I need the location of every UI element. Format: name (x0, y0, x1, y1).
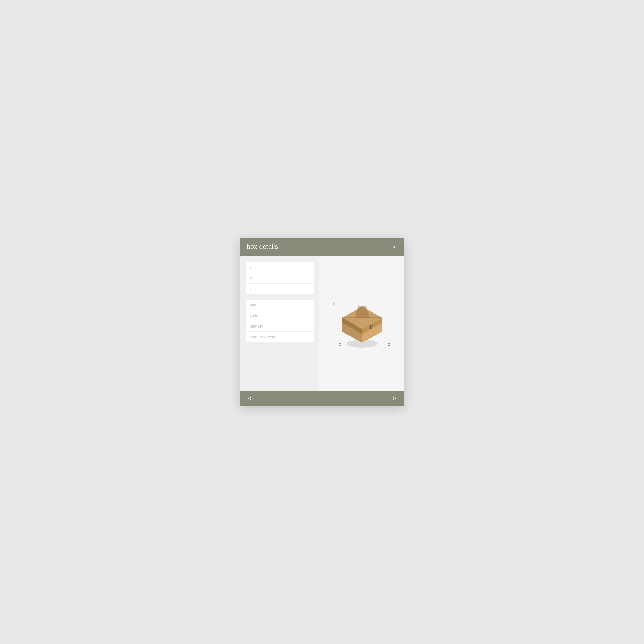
x-field[interactable] (246, 262, 314, 273)
right-panel: x y z (319, 256, 404, 391)
dimension-fields-group (246, 262, 314, 294)
dialog-footer: < > (240, 391, 404, 406)
footer-right: > (319, 391, 404, 406)
axis-z-label: z (388, 342, 390, 347)
box-details-dialog: box details × x y (240, 238, 404, 406)
dialog-title: box details (247, 243, 278, 251)
left-panel (240, 256, 319, 391)
z-field[interactable] (246, 284, 314, 294)
y-field[interactable] (246, 273, 314, 283)
card-thickness-field[interactable] (246, 332, 314, 342)
svg-text:r: r (369, 321, 373, 331)
code-field[interactable] (246, 310, 314, 321)
footer-left: < (240, 391, 319, 406)
close-button[interactable]: × (390, 243, 397, 250)
prev-button[interactable]: < (246, 394, 254, 403)
box-illustration: x y z (330, 292, 393, 354)
name-field[interactable] (246, 300, 314, 310)
info-fields-group (246, 300, 314, 342)
dialog-body: x y z (240, 256, 404, 391)
axis-x-label: x (339, 342, 341, 347)
next-button[interactable]: > (390, 394, 398, 403)
number-field[interactable] (246, 321, 314, 331)
svg-marker-9 (355, 306, 370, 318)
axis-y-label: y (333, 300, 335, 305)
dialog-header: box details × (240, 238, 404, 256)
